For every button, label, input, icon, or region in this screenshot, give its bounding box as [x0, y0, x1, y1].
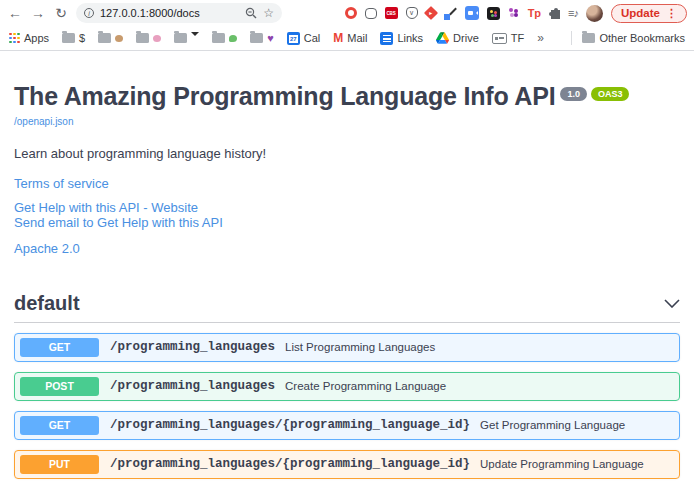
api-description: Learn about programming language history… [14, 146, 680, 161]
bookmark-links[interactable]: Links [380, 32, 423, 45]
api-title-row: The Amazing Programming Language Info AP… [14, 82, 680, 111]
chat-bubble-extension-icon[interactable] [365, 8, 377, 19]
folder-icon [250, 33, 263, 43]
openapi-spec-link[interactable]: /openapi.json [14, 116, 74, 127]
oas3-badge: OAS3 [591, 87, 630, 101]
bookmarks-bar: Apps $ ♥ 27 Cal M Mail Links [0, 26, 694, 51]
endpoint-summary: List Programming Languages [285, 341, 435, 353]
folder-icon [212, 33, 225, 43]
pet-icon [115, 35, 123, 42]
address-bar[interactable]: i 127.0.0.1:8000/docs ☆ [76, 3, 282, 23]
default-section-header[interactable]: default [14, 292, 680, 323]
bookmark-folder-green[interactable] [212, 33, 237, 43]
url-text[interactable]: 127.0.0.1:8000/docs [100, 7, 239, 19]
calendar-icon: 27 [287, 32, 300, 45]
method-badge: GET [20, 416, 99, 435]
terms-of-service-link[interactable]: Terms of service [14, 176, 680, 191]
kebab-menu-icon[interactable]: ⋮ [666, 8, 677, 19]
other-bookmarks[interactable]: Other Bookmarks [582, 32, 685, 44]
chevron-down-icon[interactable] [664, 299, 680, 308]
version-badge: 1.0 [560, 87, 587, 101]
api-info-links: Terms of service Get Help with this API … [14, 176, 680, 256]
browser-toolbar: ← → ↻ i 127.0.0.1:8000/docs ☆ CBS ∨ ▸ Tp… [0, 0, 694, 26]
purple-cluster-extension-icon[interactable] [508, 7, 520, 19]
folder-icon [582, 33, 595, 43]
diamond-arrow-extension-icon[interactable]: ▸ [424, 6, 438, 20]
purple-heart-icon: ♥ [267, 33, 274, 44]
endpoint-row-post-create[interactable]: POST /programming_languages Create Progr… [14, 372, 680, 401]
extensions-area: CBS ∨ ▸ Tp ≡♪ Update ⋮ [345, 4, 687, 23]
tp-extension-icon[interactable]: Tp [528, 7, 541, 19]
color-picker-extension-icon[interactable] [444, 7, 457, 20]
bookmark-tf[interactable]: TF [492, 32, 524, 44]
bookmark-folder-pet[interactable] [98, 33, 123, 43]
endpoint-path: /programming_languages/{programming_lang… [110, 457, 470, 471]
bookmarks-overflow-chevron[interactable]: » [537, 31, 544, 45]
video-camera-extension-icon[interactable] [465, 6, 479, 20]
profile-avatar[interactable] [586, 5, 603, 22]
method-badge: POST [20, 377, 99, 396]
folder-icon [174, 33, 187, 43]
method-badge: PUT [20, 455, 99, 474]
update-label: Update [621, 7, 660, 19]
endpoint-summary: Create Programming Language [285, 380, 446, 392]
endpoint-path: /programming_languages [110, 379, 275, 393]
bookmark-star-icon[interactable]: ☆ [263, 7, 274, 19]
apps-grid-icon [9, 33, 20, 44]
cbs-extension-icon[interactable]: CBS [385, 7, 398, 19]
graduation-cap-icon [191, 32, 199, 40]
endpoint-summary: Update Programming Language [480, 458, 644, 470]
bookmark-folder-dollar[interactable]: $ [62, 32, 85, 44]
bookmark-folder-heart[interactable]: ♥ [250, 33, 274, 44]
zoom-out-icon[interactable] [245, 7, 257, 19]
endpoint-row-get-one[interactable]: GET /programming_languages/{programming_… [14, 411, 680, 440]
dark-flower-extension-icon[interactable] [487, 7, 500, 20]
back-button[interactable]: ← [7, 5, 23, 21]
google-drive-icon [436, 32, 449, 44]
swagger-page: The Amazing Programming Language Info AP… [0, 82, 694, 485]
tf-icon [492, 33, 507, 44]
folder-icon [62, 33, 75, 43]
bookmark-drive[interactable]: Drive [436, 32, 479, 44]
bookmark-calendar[interactable]: 27 Cal [287, 32, 321, 45]
pocket-extension-icon[interactable]: ∨ [406, 7, 418, 19]
endpoint-list: GET /programming_languages List Programm… [14, 333, 680, 485]
endpoint-row-get-list[interactable]: GET /programming_languages List Programm… [14, 333, 680, 362]
help-email-link[interactable]: Send email to Get Help with this API [14, 215, 680, 230]
page-title: The Amazing Programming Language Info AP… [14, 82, 555, 111]
links-icon [380, 32, 393, 45]
bookmark-mail[interactable]: M Mail [333, 31, 367, 45]
endpoint-path: /programming_languages/{programming_lang… [110, 418, 470, 432]
gmail-icon: M [333, 31, 343, 45]
red-circle-extension-icon[interactable] [345, 7, 357, 19]
license-link[interactable]: Apache 2.0 [14, 241, 680, 256]
bookmark-folder-graduation[interactable] [174, 33, 199, 43]
update-button[interactable]: Update ⋮ [611, 4, 687, 23]
folder-icon [136, 33, 149, 43]
endpoint-path: /programming_languages [110, 340, 275, 354]
forward-button[interactable]: → [30, 5, 46, 21]
folder-icon [98, 33, 111, 43]
endpoint-row-put-update[interactable]: PUT /programming_languages/{programming_… [14, 450, 680, 479]
endpoint-summary: Get Programming Language [480, 419, 625, 431]
reload-button[interactable]: ↻ [53, 5, 69, 21]
help-website-link[interactable]: Get Help with this API - Website [14, 200, 680, 215]
bookmarks-separator [571, 31, 572, 45]
page-info-icon[interactable]: i [84, 8, 94, 18]
music-playlist-extension-icon[interactable]: ≡♪ [568, 7, 578, 19]
brain-icon [153, 35, 161, 42]
method-badge: GET [20, 338, 99, 357]
section-title: default [14, 292, 80, 315]
green-creature-icon [229, 35, 237, 42]
bookmark-apps[interactable]: Apps [9, 32, 49, 44]
bookmark-folder-brain[interactable] [136, 33, 161, 43]
puzzle-extensions-icon[interactable] [551, 10, 560, 19]
